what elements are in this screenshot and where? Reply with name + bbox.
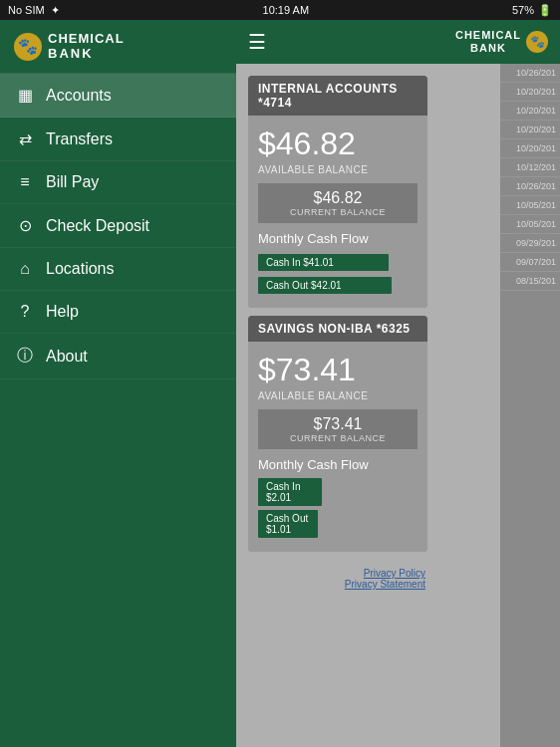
account-savings-cashin-label: Cash In $2.01 — [258, 478, 322, 506]
footer: Privacy Policy Privacy Statement — [240, 560, 435, 598]
sidebar-item-about[interactable]: ⓘ About — [0, 334, 236, 379]
account-internal-current-amount: $46.82 — [268, 189, 408, 207]
carrier-label: No SIM — [8, 4, 45, 16]
accounts-scroll[interactable]: INTERNAL ACCOUNTS *4714 $46.82 AVAILABLE… — [236, 64, 500, 747]
battery-icon: 🔋 — [538, 4, 552, 17]
account-internal-available-balance: $46.82 — [258, 125, 418, 162]
account-savings-card: $73.41 AVAILABLE BALANCE $73.41 CURRENT … — [248, 342, 427, 552]
sidebar-item-accounts[interactable]: ▦ Accounts — [0, 74, 236, 118]
account-internal: INTERNAL ACCOUNTS *4714 $46.82 AVAILABLE… — [248, 76, 427, 308]
account-savings-cashin-bar: Cash In $2.01 — [258, 478, 418, 506]
billpay-icon: ≡ — [14, 173, 36, 191]
transaction-date-2: 10/20/201 — [500, 83, 560, 102]
checkdeposit-icon: ⊙ — [14, 216, 36, 235]
account-savings-cashout-label: Cash Out $1.01 — [258, 510, 318, 538]
transfers-icon: ⇄ — [14, 129, 36, 148]
account-internal-header: INTERNAL ACCOUNTS *4714 — [248, 76, 427, 116]
top-paw-icon: 🐾 — [526, 31, 548, 53]
checkdeposit-label: Check Deposit — [46, 217, 149, 235]
transactions-column: 10/26/201 10/20/201 10/20/201 10/20/201 … — [500, 64, 560, 747]
locations-icon: ⌂ — [14, 260, 36, 278]
account-savings-header: SAVINGS NON-IBA *6325 — [248, 316, 427, 342]
account-internal-available-label: AVAILABLE BALANCE — [258, 164, 418, 175]
sidebar-item-checkdeposit[interactable]: ⊙ Check Deposit — [0, 204, 236, 248]
about-icon: ⓘ — [14, 346, 36, 367]
account-savings-cashout-bar: Cash Out $1.01 — [258, 510, 418, 538]
account-savings-current-box: $73.41 CURRENT BALANCE — [258, 409, 418, 449]
transfers-label: Transfers — [46, 130, 113, 148]
main-content: ☰ CHEMICAL BANK 🐾 INTERNAL ACCOUNTS *471… — [236, 20, 560, 747]
locations-label: Locations — [46, 260, 115, 278]
top-bar: ☰ CHEMICAL BANK 🐾 — [236, 20, 560, 64]
privacy-statement-link[interactable]: Privacy Statement — [250, 579, 425, 590]
account-savings-current-amount: $73.41 — [268, 415, 408, 433]
sidebar-item-locations[interactable]: ⌂ Locations — [0, 248, 236, 291]
account-internal-current-label: CURRENT BALANCE — [268, 207, 408, 217]
billpay-label: Bill Pay — [46, 173, 99, 191]
wifi-icon: ✦ — [51, 4, 60, 17]
hamburger-button[interactable]: ☰ — [248, 30, 266, 54]
transaction-date-3: 10/20/201 — [500, 102, 560, 121]
transaction-date-10: 09/29/201 — [500, 234, 560, 253]
account-internal-card: $46.82 AVAILABLE BALANCE $46.82 CURRENT … — [248, 116, 427, 308]
transaction-date-8: 10/05/201 — [500, 196, 560, 215]
help-label: Help — [46, 303, 79, 321]
battery-label: 57% — [512, 4, 534, 16]
accounts-label: Accounts — [46, 87, 112, 105]
sidebar-item-transfers[interactable]: ⇄ Transfers — [0, 118, 236, 161]
transaction-date-11: 09/07/201 — [500, 253, 560, 272]
account-internal-cashin-label: Cash In $41.01 — [258, 254, 389, 271]
account-savings: SAVINGS NON-IBA *6325 $73.41 AVAILABLE B… — [248, 316, 427, 552]
sidebar-item-help[interactable]: ? Help — [0, 291, 236, 334]
about-label: About — [46, 348, 88, 366]
status-bar: No SIM ✦ 10:19 AM 57% 🔋 — [0, 0, 560, 20]
transaction-date-5: 10/20/201 — [500, 139, 560, 158]
top-logo-chemical: CHEMICAL — [455, 29, 521, 42]
top-logo: CHEMICAL BANK 🐾 — [455, 29, 548, 55]
logo-paw-icon: 🐾 — [14, 33, 42, 61]
account-savings-available-label: AVAILABLE BALANCE — [258, 390, 418, 401]
sidebar: 🐾 CHEMICAL BANK ▦ Accounts ⇄ Transfers ≡… — [0, 20, 236, 747]
account-internal-current-box: $46.82 CURRENT BALANCE — [258, 183, 418, 223]
transaction-date-7: 10/26/201 — [500, 177, 560, 196]
transaction-date-9: 10/05/201 — [500, 215, 560, 234]
logo-bank: BANK — [48, 46, 94, 61]
account-savings-cashflow-title: Monthly Cash Flow — [258, 457, 418, 472]
transaction-date-4: 10/20/201 — [500, 121, 560, 139]
transaction-date-12: 08/15/201 — [500, 272, 560, 291]
accounts-icon: ▦ — [14, 86, 36, 105]
account-savings-current-label: CURRENT BALANCE — [268, 433, 408, 443]
time-label: 10:19 AM — [263, 4, 309, 16]
account-internal-cashflow-title: Monthly Cash Flow — [258, 231, 418, 246]
top-logo-bank: BANK — [455, 42, 521, 55]
account-internal-cashin-bar: Cash In $41.01 — [258, 252, 418, 271]
transaction-date-1: 10/26/201 — [500, 64, 560, 83]
sidebar-logo: 🐾 CHEMICAL BANK — [0, 20, 236, 74]
transaction-date-6: 10/12/201 — [500, 158, 560, 177]
account-internal-cashout-bar: Cash Out $42.01 — [258, 275, 418, 294]
account-savings-available-balance: $73.41 — [258, 352, 418, 388]
account-internal-cashout-label: Cash Out $42.01 — [258, 277, 392, 294]
logo-chemical: CHEMICAL — [48, 32, 125, 46]
privacy-policy-link[interactable]: Privacy Policy — [250, 568, 425, 579]
sidebar-item-billpay[interactable]: ≡ Bill Pay — [0, 161, 236, 204]
help-icon: ? — [14, 303, 36, 321]
